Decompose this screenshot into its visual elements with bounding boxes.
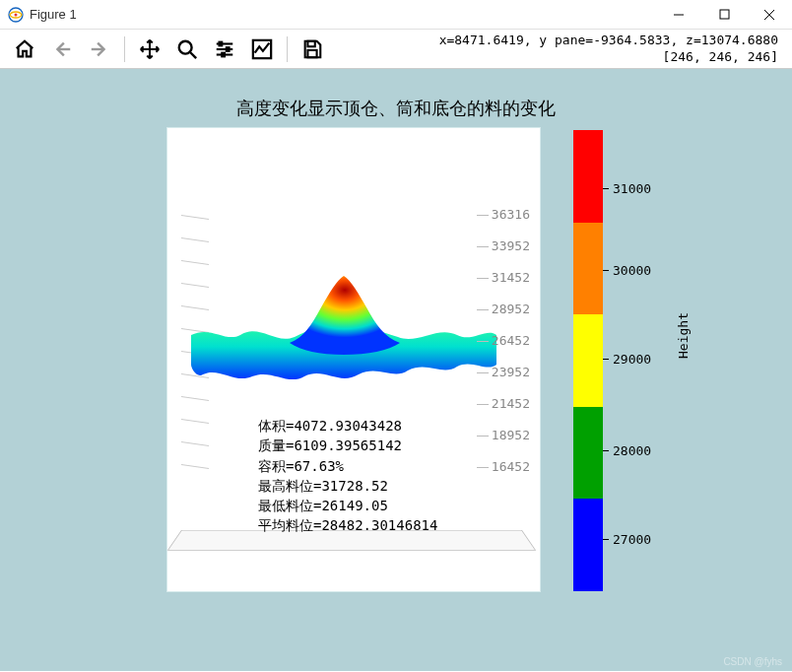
z-tick: 36316: [477, 207, 530, 222]
stat-avg: 平均料位=28482.30146814: [258, 515, 437, 535]
home-button[interactable]: [8, 34, 41, 65]
titlebar: Figure 1: [0, 0, 792, 30]
surface-plot: [191, 266, 496, 394]
svg-rect-16: [307, 49, 316, 56]
minimize-button[interactable]: [656, 0, 701, 30]
stats-block: 体积=4072.93043428 质量=6109.39565142 容积=67.…: [258, 416, 437, 536]
save-button[interactable]: [296, 34, 329, 65]
z-tick: 16452: [477, 459, 530, 474]
window-title: Figure 1: [30, 7, 77, 22]
colorbar-ticks: 31000 30000 29000 28000 27000: [603, 130, 658, 591]
colorbar-tick: 30000: [613, 263, 651, 278]
colorbar-tick: 31000: [613, 181, 651, 196]
stat-max: 最高料位=31728.52: [258, 476, 437, 496]
svg-rect-13: [222, 52, 225, 56]
colorbar-tick: 27000: [613, 532, 651, 547]
colorbar-seg: [573, 499, 603, 591]
colorbar-seg: [573, 130, 603, 223]
colorbar-tick: 28000: [613, 443, 651, 458]
colorbar-seg: [573, 314, 603, 407]
configure-button[interactable]: [208, 34, 241, 65]
colorbar-gradient: [573, 130, 603, 591]
chart-title: 高度变化显示顶仓、筒和底仓的料的变化: [0, 97, 792, 120]
svg-rect-12: [227, 47, 230, 51]
svg-rect-15: [307, 40, 314, 46]
pan-button[interactable]: [133, 34, 166, 65]
svg-rect-11: [220, 41, 223, 45]
z-axis-ticks: 36316 33952 31452 28952 26452 23952 2145…: [477, 207, 530, 474]
stat-mass: 质量=6109.39565142: [258, 436, 437, 455]
maximize-button[interactable]: [701, 0, 747, 30]
cursor-rgb: [246, 246, 246]: [439, 49, 778, 65]
z-tick: 18952: [477, 428, 530, 442]
svg-point-1: [15, 13, 18, 16]
svg-point-6: [179, 40, 192, 53]
z-tick: 33952: [477, 238, 530, 253]
toolbar-separator: [287, 36, 288, 62]
close-button[interactable]: [747, 0, 792, 30]
cursor-coords: x=8471.6419, y pane=-9364.5833, z=13074.…: [439, 33, 778, 48]
cursor-status: x=8471.6419, y pane=-9364.5833, z=13074.…: [439, 33, 784, 65]
colorbar-seg: [573, 223, 603, 315]
toolbar-separator: [124, 36, 125, 62]
svg-rect-3: [720, 10, 729, 19]
axes-3d[interactable]: 36316 33952 31452 28952 26452 23952 2145…: [167, 128, 540, 591]
colorbar-tick: 29000: [613, 352, 651, 367]
z-tick: 28952: [477, 302, 530, 316]
colorbar: 31000 30000 29000 28000 27000: [573, 130, 672, 591]
colorbar-label: Height: [676, 312, 691, 359]
stat-min: 最低料位=26149.05: [258, 496, 437, 515]
back-button[interactable]: [45, 34, 79, 65]
z-tick: 31452: [477, 270, 530, 285]
z-tick: 26452: [477, 333, 530, 348]
watermark: CSDN @fyhs: [723, 656, 782, 667]
figure-canvas[interactable]: 高度变化显示顶仓、筒和底仓的料的变化: [0, 69, 792, 671]
forward-button[interactable]: [83, 34, 116, 65]
svg-line-7: [190, 51, 196, 57]
z-tick: 23952: [477, 365, 530, 379]
z-tick: 21452: [477, 396, 530, 411]
edit-axes-button[interactable]: [245, 34, 279, 65]
zoom-button[interactable]: [170, 34, 204, 65]
stat-volume: 体积=4072.93043428: [258, 416, 437, 436]
app-icon: [8, 7, 24, 23]
toolbar: x=8471.6419, y pane=-9364.5833, z=13074.…: [0, 30, 792, 69]
stat-capacity: 容积=67.63%: [258, 456, 437, 476]
colorbar-seg: [573, 407, 603, 500]
